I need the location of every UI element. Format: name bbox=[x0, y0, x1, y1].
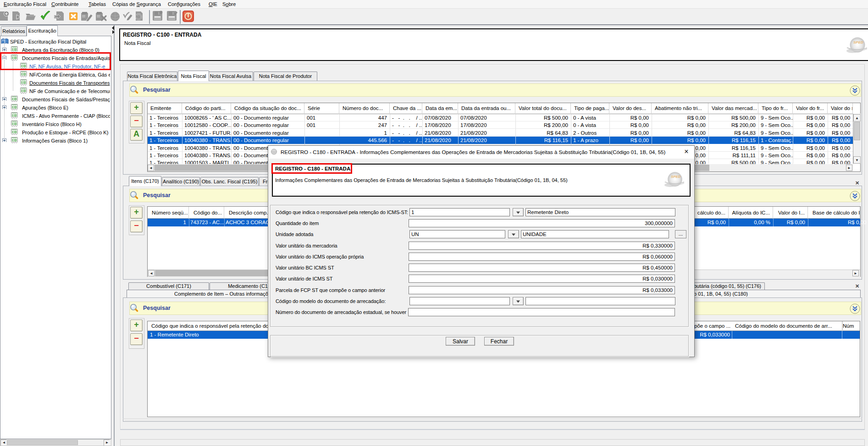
svg-text:SPED: SPED bbox=[853, 40, 863, 44]
svg-text:SPED: SPED bbox=[671, 175, 680, 179]
